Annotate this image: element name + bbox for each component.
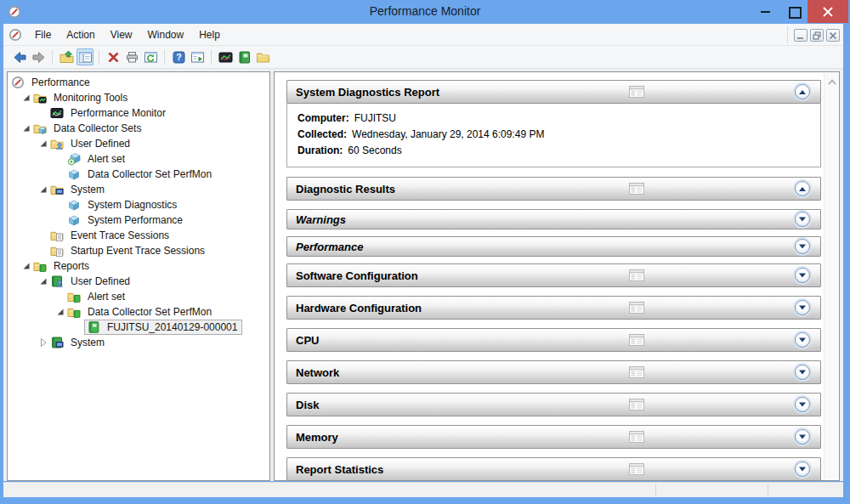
- tree-item-data-collector-set-perfmon[interactable]: Data Collector Set PerfMon: [8, 167, 269, 182]
- expander-spacer: [37, 106, 50, 120]
- section-expand-button[interactable]: [795, 462, 810, 477]
- section-header-hardware-configuration[interactable]: Hardware Configuration: [286, 296, 821, 320]
- refresh-icon[interactable]: [142, 48, 159, 65]
- tree-expanded-icon[interactable]: [37, 137, 50, 150]
- section-header-disk[interactable]: Disk: [286, 393, 821, 416]
- tree-item-user-defined[interactable]: User Defined: [8, 136, 269, 151]
- toolbar-separator: [211, 50, 212, 65]
- section-header-software-configuration[interactable]: Software Configuration: [286, 263, 821, 287]
- toggle-console-tree-icon[interactable]: [76, 48, 94, 65]
- detail-label: Collected:: [298, 128, 347, 140]
- section-collapse-button[interactable]: [795, 84, 810, 99]
- tree-item-monitoring-tools[interactable]: Monitoring Tools: [8, 90, 269, 105]
- section-menu-icon[interactable]: [629, 463, 644, 475]
- menu-view[interactable]: View: [103, 25, 140, 44]
- tree-item-data-collector-sets[interactable]: Data Collector Sets: [8, 121, 269, 136]
- mdi-close-button[interactable]: [826, 29, 840, 42]
- delete-icon[interactable]: [105, 48, 122, 65]
- tree-item-alert-set[interactable]: Alert set: [8, 289, 269, 304]
- tree-item-user-defined[interactable]: User Defined: [8, 274, 269, 289]
- section-menu-icon[interactable]: [629, 302, 644, 314]
- help-icon[interactable]: ?: [170, 48, 187, 65]
- menu-help[interactable]: Help: [191, 25, 228, 44]
- section-header-cpu[interactable]: CPU: [286, 328, 821, 352]
- view-log-data-icon[interactable]: [235, 48, 252, 65]
- expander-spacer: [54, 167, 67, 181]
- section-menu-icon[interactable]: [629, 183, 644, 195]
- menu-file[interactable]: File: [27, 25, 59, 44]
- maximize-button[interactable]: [780, 0, 809, 23]
- tree-item-fujitsu-20140129-000001[interactable]: FUJITSU_20140129-000001: [8, 320, 269, 335]
- section-header-report-statistics[interactable]: Report Statistics: [286, 457, 821, 481]
- expander-spacer: [54, 198, 67, 212]
- minimize-button[interactable]: [751, 0, 780, 23]
- menubar: File Action View Window Help: [3, 24, 843, 46]
- close-button[interactable]: [808, 0, 848, 23]
- tree-item-reports[interactable]: Reports: [8, 258, 269, 274]
- tree-item-system[interactable]: System: [8, 182, 269, 197]
- section-expand-button[interactable]: [795, 365, 810, 380]
- detail-value: FUJITSU: [354, 112, 396, 124]
- toggle-action-pane-icon[interactable]: [189, 48, 206, 65]
- section-collapse-button[interactable]: [795, 181, 810, 196]
- tree-item-label: System: [68, 336, 107, 349]
- tree-item-label: User Defined: [68, 137, 133, 150]
- tree-item-system[interactable]: System: [8, 335, 269, 350]
- section-title: Software Configuration: [296, 269, 418, 282]
- forward-icon[interactable]: [30, 48, 47, 65]
- menu-action[interactable]: Action: [59, 25, 102, 44]
- section-expand-button[interactable]: [795, 212, 810, 227]
- folder-user-icon: [50, 137, 64, 150]
- tree-expanded-icon[interactable]: [20, 122, 33, 135]
- report-scrollbar[interactable]: [824, 73, 838, 479]
- menu-window[interactable]: Window: [140, 25, 192, 44]
- tree-item-performance[interactable]: Performance: [8, 75, 269, 90]
- mdi-minimize-button[interactable]: [794, 29, 808, 42]
- tree-expanded-icon[interactable]: [54, 305, 67, 319]
- tree-collapsed-icon[interactable]: [37, 336, 50, 349]
- tree-item-data-collector-set-perfmon[interactable]: Data Collector Set PerfMon: [8, 304, 269, 320]
- tree-expanded-icon[interactable]: [20, 259, 33, 273]
- section-expand-button[interactable]: [795, 300, 810, 315]
- tree-item-startup-event-trace-sessions[interactable]: Startup Event Trace Sessions: [8, 243, 269, 258]
- section-menu-icon[interactable]: [629, 334, 644, 346]
- tree-item-label: FUJITSU_20140129-000001: [105, 320, 240, 334]
- console-tree-panel: PerformanceMonitoring ToolsPerformance M…: [7, 71, 270, 481]
- folder-monitor-icon: [50, 183, 64, 196]
- tree-item-system-performance[interactable]: System Performance: [8, 212, 269, 228]
- view-performance-chart-icon[interactable]: [217, 48, 234, 65]
- section-menu-icon[interactable]: [629, 431, 644, 443]
- tree-item-performance-monitor[interactable]: Performance Monitor: [8, 105, 269, 121]
- section-header-diagnostic-results[interactable]: Diagnostic Results: [286, 177, 821, 201]
- section-header-network[interactable]: Network: [286, 360, 821, 384]
- section-menu-icon[interactable]: [629, 366, 644, 378]
- tree-item-alert-set[interactable]: Alert set: [8, 151, 269, 167]
- section-expand-button[interactable]: [795, 239, 810, 254]
- section-expand-button[interactable]: [795, 429, 810, 445]
- section-expand-button[interactable]: [795, 268, 810, 283]
- section-header-warnings[interactable]: Warnings: [286, 209, 821, 229]
- section-menu-icon[interactable]: [629, 399, 644, 411]
- back-icon[interactable]: [11, 48, 28, 65]
- open-log-icon[interactable]: [58, 48, 75, 65]
- print-icon[interactable]: [123, 48, 140, 65]
- tree-item-event-trace-sessions[interactable]: Event Trace Sessions: [8, 228, 269, 243]
- section-header-system-diagnostics-report[interactable]: System Diagnostics Report: [286, 80, 821, 104]
- section-header-performance[interactable]: Performance: [286, 236, 821, 257]
- section-menu-icon[interactable]: [629, 269, 644, 281]
- section-header-memory[interactable]: Memory: [286, 425, 821, 449]
- section-expand-button[interactable]: [795, 332, 810, 348]
- tree-expanded-icon[interactable]: [20, 91, 33, 105]
- tree-item-system-diagnostics[interactable]: System Diagnostics: [8, 197, 269, 212]
- folder-cube-icon: [33, 122, 47, 135]
- tree-expanded-icon[interactable]: [37, 183, 50, 196]
- folder-book-icon: [67, 290, 81, 303]
- section-menu-icon[interactable]: [629, 86, 644, 98]
- mdi-restore-button[interactable]: [810, 29, 824, 42]
- section-expand-button[interactable]: [795, 397, 810, 412]
- section-title: System Diagnostics Report: [296, 86, 439, 99]
- tree-expanded-icon[interactable]: [37, 275, 50, 288]
- mdi-restore-icon: [813, 31, 821, 40]
- console-gauge-icon[interactable]: [8, 28, 22, 42]
- folder-icon[interactable]: [254, 48, 271, 65]
